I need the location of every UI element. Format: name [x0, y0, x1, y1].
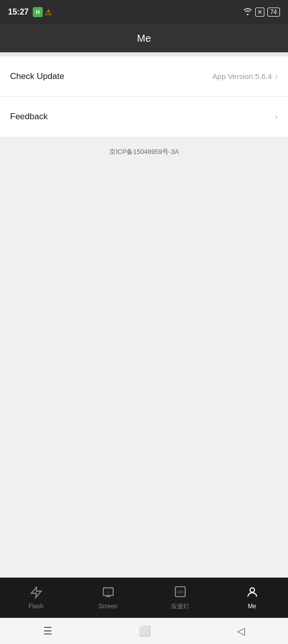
chevron-right-icon: › [275, 71, 278, 82]
status-bar-left: 15:27 H ⚠ [8, 7, 52, 17]
nav-label-screen: Screen [98, 603, 117, 610]
signal-x-icon: ✕ [255, 8, 264, 17]
nav-item-led[interactable]: LED 应援灯 [144, 585, 216, 611]
bottom-nav: Flash /| Screen LED 应援灯 [0, 578, 288, 618]
page-title: Me [137, 33, 151, 44]
wifi-icon [243, 8, 252, 17]
system-bar: ☰ ⬜ ◁ [0, 618, 288, 644]
chevron-right-icon: › [275, 112, 278, 122]
home-button[interactable]: ⬜ [128, 621, 161, 641]
nav-label-flash: Flash [29, 603, 43, 610]
back-button[interactable]: ◁ [227, 621, 255, 641]
check-update-label: Check Update [10, 71, 64, 82]
svg-point-6 [250, 588, 254, 592]
screen-icon: /| [102, 586, 115, 601]
main-content [0, 167, 288, 578]
page-header: Me [0, 24, 288, 52]
check-update-right: App Version:5.6.4 › [212, 71, 278, 82]
led-icon: LED [174, 585, 187, 600]
icp-text: 京ICP备15048959号-3A [109, 148, 179, 155]
svg-text:LED: LED [177, 590, 183, 594]
feedback-label: Feedback [10, 112, 48, 122]
check-update-item[interactable]: Check Update App Version:5.6.4 › [0, 56, 288, 97]
icp-section: 京ICP备15048959号-3A [0, 137, 288, 167]
feedback-item[interactable]: Feedback › [0, 97, 288, 137]
app-icon: H [33, 7, 43, 17]
nav-item-flash[interactable]: Flash [0, 586, 72, 610]
app-version-text: App Version:5.6.4 [212, 72, 272, 80]
nav-label-me: Me [248, 603, 256, 610]
battery-indicator: 74 [267, 8, 280, 17]
warning-icon: ⚠ [45, 8, 52, 17]
feedback-right: › [275, 112, 278, 122]
menu-button[interactable]: ☰ [33, 621, 62, 641]
top-divider [0, 52, 288, 56]
nav-item-screen[interactable]: /| Screen [72, 586, 144, 610]
status-bar-icons: H ⚠ [33, 7, 52, 17]
me-icon [246, 586, 259, 601]
status-bar-right: ✕ 74 [243, 8, 280, 17]
svg-text:/|: /| [107, 591, 109, 594]
flash-icon [30, 586, 43, 601]
menu-list: Check Update App Version:5.6.4 › Feedbac… [0, 56, 288, 137]
status-bar: 15:27 H ⚠ ✕ 74 [0, 0, 288, 24]
nav-label-led: 应援灯 [171, 602, 189, 611]
status-time: 15:27 [8, 8, 29, 17]
nav-item-me[interactable]: Me [216, 586, 288, 610]
